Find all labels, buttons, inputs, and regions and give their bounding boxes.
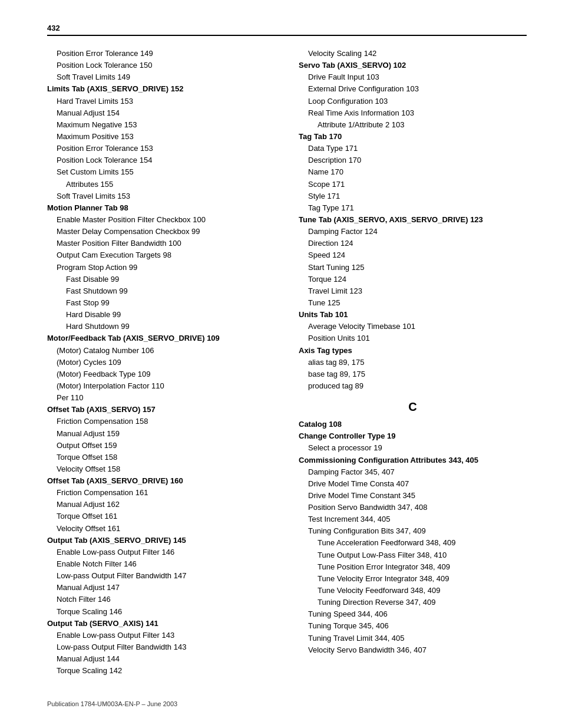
index-entry: Per 110: [57, 392, 275, 404]
index-entry: Tune 125: [308, 297, 527, 309]
section-heading-c: C: [299, 400, 527, 414]
index-entry: Position Servo Bandwidth 347, 408: [308, 502, 527, 513]
index-entry: Data Type 171: [308, 143, 527, 154]
index-entry: Output Tab (AXIS_SERVO_DRIVE) 145: [47, 535, 275, 546]
index-entry: Tune Velocity Feedforward 348, 409: [318, 585, 527, 597]
index-entry: Torque Scaling 142: [57, 665, 275, 677]
index-entry: Loop Configuration 103: [308, 95, 527, 107]
index-entry: Attribute 1/Attribute 2 103: [318, 119, 527, 131]
index-entry: Axis Tag types: [299, 345, 527, 357]
index-entry: Offset Tab (AXIS_SERVO) 157: [47, 404, 275, 416]
index-entry: Friction Compensation 161: [57, 487, 275, 499]
index-entry: Maximum Negative 153: [57, 119, 275, 131]
index-entry: Tuning Travel Limit 344, 405: [308, 633, 527, 644]
index-entry: (Motor) Feedback Type 109: [57, 368, 275, 380]
index-entry: Enable Low-pass Output Filter 143: [57, 630, 275, 641]
index-entry: Position Units 101: [308, 332, 527, 344]
index-entry: Soft Travel Limits 149: [57, 71, 275, 83]
index-entry: Commissioning Configuration Attributes 3…: [299, 454, 527, 466]
top-rule: [47, 35, 527, 36]
index-entry: Tuning Speed 344, 406: [308, 608, 527, 620]
index-entry: Enable Master Position Filter Checkbox 1…: [57, 214, 275, 226]
page: 432 Position Error Tolerance 149Position…: [0, 0, 562, 728]
index-entry: Manual Adjust 144: [57, 653, 275, 665]
index-entry: Torque 124: [308, 274, 527, 285]
footer: Publication 1784-UM003A-EN-P – June 2003: [47, 700, 527, 707]
index-entry: Damping Factor 345, 407: [308, 466, 527, 478]
index-entry: (Motor) Cycles 109: [57, 357, 275, 368]
index-entry: Tune Tab (AXIS_SERVO, AXIS_SERVO_DRIVE) …: [299, 214, 527, 226]
index-entry: Torque Offset 158: [57, 452, 275, 463]
index-entry: Units Tab 101: [299, 309, 527, 321]
index-entry: Position Error Tolerance 149: [57, 48, 275, 60]
index-entry: base tag 89, 175: [308, 368, 527, 380]
index-entry: Real Time Axis Information 103: [308, 107, 527, 119]
index-entry: Change Controller Type 19: [299, 430, 527, 442]
index-entry: Friction Compensation 158: [57, 416, 275, 427]
index-entry: Tune Position Error Integrator 348, 409: [318, 561, 527, 573]
index-entry: Output Offset 159: [57, 440, 275, 452]
index-entry: Set Custom Limits 155: [57, 166, 275, 178]
index-entry: Maximum Positive 153: [57, 131, 275, 143]
index-entry: Low-pass Output Filter Bandwidth 143: [57, 641, 275, 653]
index-entry: Attributes 155: [66, 179, 275, 190]
index-entry: Fast Stop 99: [66, 297, 275, 309]
index-entry: Drive Model Time Constant 345: [308, 490, 527, 502]
index-entry: Fast Shutdown 99: [66, 285, 275, 297]
index-entry: Direction 124: [308, 238, 527, 249]
index-entry: Master Position Filter Bandwidth 100: [57, 238, 275, 249]
index-entry: Catalog 108: [299, 419, 527, 430]
index-entry: Tuning Direction Reverse 347, 409: [318, 597, 527, 608]
index-entry: Test Increment 344, 405: [308, 513, 527, 525]
index-entry: Manual Adjust 147: [57, 582, 275, 594]
page-number: 432: [47, 24, 527, 32]
index-entry: Master Delay Compensation Checkbox 99: [57, 226, 275, 238]
index-entry: External Drive Configuration 103: [308, 83, 527, 95]
index-entry: Velocity Servo Bandwidth 346, 407: [308, 644, 527, 656]
index-entry: Select a processor 19: [308, 442, 527, 454]
index-entry: (Motor) Interpolation Factor 110: [57, 380, 275, 392]
index-entry: Position Lock Tolerance 154: [57, 154, 275, 166]
content-area: Position Error Tolerance 149Position Loc…: [47, 48, 527, 677]
index-entry: Description 170: [308, 154, 527, 166]
index-entry: (Motor) Catalog Number 106: [57, 345, 275, 357]
right-column: Velocity Scaling 142Servo Tab (AXIS_SERV…: [299, 48, 527, 677]
index-entry: Output Tab (SERVO_AXIS) 141: [47, 618, 275, 630]
index-entry: Torque Scaling 146: [57, 606, 275, 618]
index-entry: Name 170: [308, 166, 527, 178]
index-entry: Tuning Configuration Bits 347, 409: [308, 525, 527, 537]
index-entry: Travel Limit 123: [308, 285, 527, 297]
index-entry: Motion Planner Tab 98: [47, 202, 275, 214]
index-entry: Hard Disable 99: [66, 309, 275, 321]
index-entry: Tag Tab 170: [299, 131, 527, 143]
index-entry: Soft Travel Limits 153: [57, 190, 275, 202]
index-entry: Start Tuning 125: [308, 262, 527, 274]
index-entry: Motor/Feedback Tab (AXIS_SERVO_DRIVE) 10…: [47, 332, 275, 344]
index-entry: Output Cam Execution Targets 98: [57, 249, 275, 261]
index-entry: Tag Type 171: [308, 202, 527, 214]
index-entry: Style 171: [308, 190, 527, 202]
index-entry: Tune Velocity Error Integrator 348, 409: [318, 573, 527, 585]
index-entry: Manual Adjust 159: [57, 428, 275, 440]
index-entry: Velocity Offset 158: [57, 463, 275, 475]
index-entry: alias tag 89, 175: [308, 357, 527, 368]
index-entry: Limits Tab (AXIS_SERVO_DRIVE) 152: [47, 83, 275, 95]
index-entry: Velocity Scaling 142: [308, 48, 527, 60]
index-entry: Hard Shutdown 99: [66, 321, 275, 332]
index-entry: Manual Adjust 154: [57, 107, 275, 119]
index-entry: Drive Model Time Consta 407: [308, 478, 527, 490]
index-entry: Notch Filter 146: [57, 594, 275, 605]
index-entry: Offset Tab (AXIS_SERVO_DRIVE) 160: [47, 475, 275, 487]
index-entry: Tune Output Low-Pass Filter 348, 410: [318, 549, 527, 561]
index-entry: Manual Adjust 162: [57, 499, 275, 510]
index-entry: Enable Low-pass Output Filter 146: [57, 546, 275, 558]
left-column: Position Error Tolerance 149Position Loc…: [47, 48, 275, 677]
index-entry: Servo Tab (AXIS_SERVO) 102: [299, 60, 527, 71]
index-entry: Torque Offset 161: [57, 510, 275, 522]
index-entry: Average Velocity Timebase 101: [308, 321, 527, 332]
index-entry: Tuning Torque 345, 406: [308, 620, 527, 632]
index-entry: Scope 171: [308, 179, 527, 190]
index-entry: Speed 124: [308, 249, 527, 261]
index-entry: Drive Fault Input 103: [308, 71, 527, 83]
index-entry: Tune Acceleration Feedforward 348, 409: [318, 537, 527, 549]
